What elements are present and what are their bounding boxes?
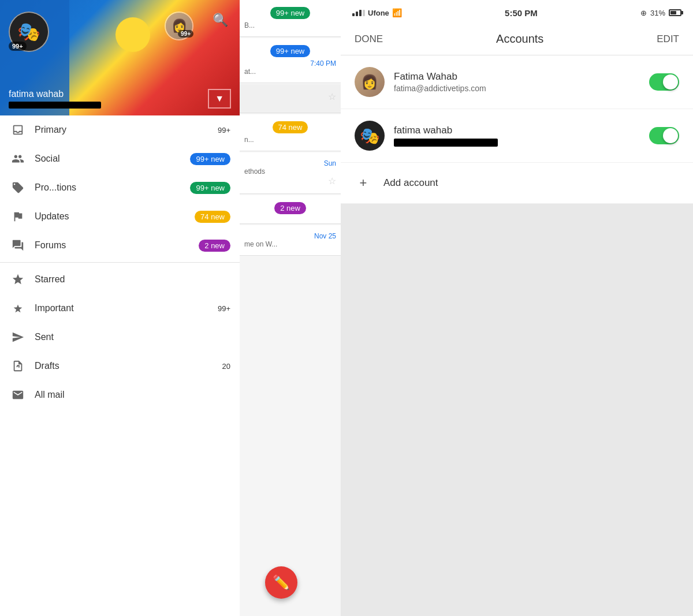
email-item-7[interactable]: Nov 25 me on W... [240,225,341,256]
nav-label-allmail: All mail [35,390,230,400]
signal-bars [352,10,365,16]
battery-icon [669,9,681,16]
nav-item-forums[interactable]: Forums 2 new [0,231,240,260]
email-snippet-1: B... [244,21,336,29]
edit-button[interactable]: EDIT [657,33,679,45]
email-item-6[interactable]: 2 new [240,195,341,224]
secondary-badge: 99+ [178,30,193,38]
account-avatar-2: 🎭 [355,121,385,151]
drawer-email-redacted [9,102,101,109]
email-time-7: Nov 25 [244,232,336,240]
done-button[interactable]: DONE [355,33,383,45]
primary-badge: 99+ [9,42,27,51]
tag-icon [9,181,27,194]
account-toggle-2[interactable] [649,127,679,144]
nav-badge-social: 99+ new [190,153,230,165]
nav-label-promotions: Pro...tions [35,182,190,193]
email-item-4[interactable]: 74 new n... [240,114,341,151]
compose-fab[interactable]: ✏️ [265,566,297,599]
email-item-1[interactable]: 99+ new B... [240,0,341,37]
nav-item-sent[interactable]: Sent [0,323,240,352]
flag-icon [9,210,27,223]
nav-label-sent: Sent [35,332,230,342]
nav-item-promotions[interactable]: Pro...tions 99+ new [0,173,240,202]
star-icon-3[interactable]: ☆ [244,91,336,102]
nav-badge-updates: 74 new [195,211,230,223]
allmail-icon [9,389,27,401]
email-snippet-4: n... [244,136,336,144]
nav-label-important: Important [35,303,218,313]
nav-divider-1 [0,262,240,263]
account-item-2: 🎭 fatima wahab [341,109,693,163]
left-panel: 🎭 99+ 👩 99+ 🔍 fatima wahab ▼ [0,0,341,616]
signal-bar-3 [359,10,362,16]
email-item-3[interactable]: ☆ [240,84,341,113]
add-account-label: Add account [383,177,438,189]
toggle-knob-1 [663,74,678,89]
email-list-strip: 99+ new B... 99+ new 7:40 PM at... ☆ 74 … [240,0,341,616]
signal-bar-4 [363,10,365,16]
drafts-icon [9,360,27,372]
nav-item-allmail[interactable]: All mail [0,380,240,409]
email-badge-6: 2 new [274,202,306,214]
email-time-5: Sun [244,159,336,167]
accounts-empty-space [341,204,693,616]
nav-label-social: Social [35,154,190,164]
sent-icon [9,331,27,344]
status-time: 5:50 PM [505,8,538,18]
account-avatar-1: 👩 [355,67,385,97]
drawer-header: 🎭 99+ 👩 99+ 🔍 fatima wahab ▼ [0,0,240,115]
account-info-1: Fatima Wahab fatima@addictivetips.com [394,71,649,93]
wifi-icon: 📶 [392,8,402,17]
nav-label-forums: Forums [35,240,199,251]
nav-badge-important: 99+ [218,304,230,313]
star-icon [9,273,27,286]
battery-percent: 31% [650,9,665,17]
add-account-icon: + [355,174,372,192]
forum-icon [9,239,27,252]
gmail-drawer: 🎭 99+ 👩 99+ 🔍 fatima wahab ▼ [0,0,240,616]
drawer-nav: Primary 99+ Social 99+ new Pro...tions 9… [0,115,240,616]
email-badge-2: 99+ new [270,45,311,57]
account-dropdown-button[interactable]: ▼ [208,89,231,109]
account-toggle-1[interactable] [649,73,679,91]
status-bar: Ufone 📶 5:50 PM ⊕ 31% [341,0,693,25]
email-item-2[interactable]: 99+ new 7:40 PM at... [240,38,341,83]
battery-fill [670,11,676,14]
search-icon[interactable]: 🔍 [213,13,228,28]
account-email-redacted-2 [394,139,498,147]
nav-label-drafts: Drafts [35,361,222,371]
status-right: ⊕ 31% [640,9,681,17]
nav-item-primary[interactable]: Primary 99+ [0,115,240,144]
carrier-text: Ufone [368,9,389,17]
account-info-2: fatima wahab [394,125,649,147]
account-item-1: 👩 Fatima Wahab fatima@addictivetips.com [341,55,693,109]
star-icon-5[interactable]: ☆ [244,176,336,186]
email-time-2: 7:40 PM [244,59,336,68]
nav-badge-forums: 2 new [199,240,230,252]
nav-badge-primary: 99+ [218,126,230,135]
location-icon: ⊕ [640,9,647,17]
accounts-panel: Ufone 📶 5:50 PM ⊕ 31% DONE Accounts EDIT… [341,0,693,616]
accounts-title: Accounts [496,32,543,46]
nav-item-updates[interactable]: Updates 74 new [0,202,240,231]
nav-item-starred[interactable]: Starred [0,265,240,294]
status-left: Ufone 📶 [352,8,402,17]
nav-label-starred: Starred [35,274,230,285]
nav-badge-drafts: 20 [222,362,230,371]
nav-label-updates: Updates [35,211,195,222]
email-item-5[interactable]: Sun ethods ☆ [240,152,341,194]
accounts-header: DONE Accounts EDIT [341,25,693,55]
email-snippet-2: at... [244,68,336,76]
people-icon [9,152,27,165]
nav-item-important[interactable]: Important 99+ [0,294,240,323]
email-snippet-5: ethods [244,167,336,176]
signal-bar-1 [352,13,355,16]
drawer-username: fatima wahab [9,89,101,99]
nav-item-drafts[interactable]: Drafts 20 [0,352,240,380]
account-email-1: fatima@addictivetips.com [394,84,649,93]
add-account-row[interactable]: + Add account [341,163,693,204]
email-badge-4: 74 new [273,121,308,133]
nav-item-social[interactable]: Social 99+ new [0,144,240,173]
nav-label-primary: Primary [35,125,218,135]
